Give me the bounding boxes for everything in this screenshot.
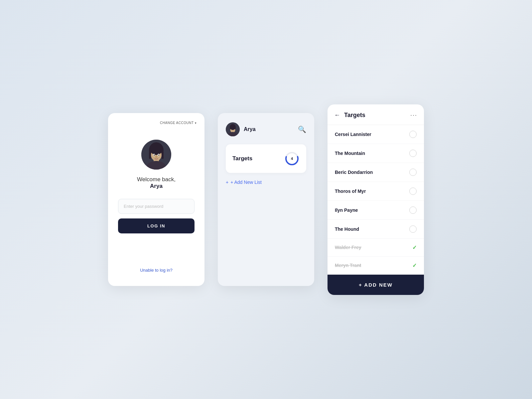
targets-header-left: ← Targets [334, 112, 365, 119]
add-new-list-button[interactable]: + + Add New List [226, 178, 306, 186]
login-button[interactable]: LOG IN [118, 218, 195, 233]
target-name: Ilyn Payne [335, 207, 358, 213]
target-name: Thoros of Myr [335, 189, 366, 194]
target-item[interactable]: Beric Dondarrion [328, 163, 424, 182]
list-header: Arya 🔍 [226, 122, 306, 136]
welcome-line1: Welcome back, [137, 176, 176, 183]
targets-donut-chart: 4 [284, 151, 300, 166]
check-icon: ✓ [412, 262, 417, 269]
target-checkbox[interactable] [409, 225, 417, 233]
target-item[interactable]: Ilyn Payne [328, 201, 424, 220]
svg-rect-12 [162, 152, 164, 159]
search-button[interactable]: 🔍 [298, 125, 306, 133]
targets-panel: ← Targets ··· Cersei Lannister The Mount… [328, 104, 424, 295]
target-name: Cersei Lannister [335, 132, 371, 137]
user-avatar [226, 122, 240, 136]
target-checkbox[interactable] [409, 206, 417, 214]
target-checkbox[interactable] [409, 169, 417, 176]
target-item-completed[interactable]: Meryn Trant ✓ [328, 257, 424, 275]
target-name: The Mountain [335, 151, 365, 156]
target-name: The Hound [335, 226, 359, 232]
target-item[interactable]: The Mountain [328, 144, 424, 163]
list-panel: Arya 🔍 Targets 4 + + Add New List [218, 113, 314, 286]
targets-card-label: Targets [232, 155, 252, 162]
svg-point-3 [150, 143, 163, 155]
targets-list: Cersei Lannister The Mountain Beric Dond… [328, 125, 424, 275]
targets-header: ← Targets ··· [328, 104, 424, 125]
target-name: Beric Dondarrion [335, 170, 373, 175]
user-name-label: Arya [244, 126, 256, 132]
search-icon: 🔍 [298, 126, 306, 133]
more-options-button[interactable]: ··· [410, 112, 417, 119]
targets-card[interactable]: Targets 4 [226, 144, 306, 173]
svg-rect-11 [149, 152, 151, 159]
back-button[interactable]: ← [334, 112, 340, 119]
change-account-button[interactable]: CHANGE ACCOUNT ▾ [160, 121, 197, 125]
change-account-label: CHANGE ACCOUNT [160, 121, 194, 125]
unable-to-login-link[interactable]: Unable to log in? [140, 248, 173, 273]
target-item[interactable]: Thoros of Myr [328, 182, 424, 201]
target-name: Meryn Trant [335, 263, 361, 268]
target-item[interactable]: Cersei Lannister [328, 125, 424, 144]
svg-text:4: 4 [291, 157, 293, 161]
password-input[interactable] [118, 199, 195, 214]
target-item[interactable]: The Hound [328, 220, 424, 239]
target-checkbox[interactable] [409, 188, 417, 195]
welcome-line2: Arya [137, 183, 176, 190]
target-checkbox[interactable] [409, 131, 417, 138]
login-panel: CHANGE ACCOUNT ▾ [108, 113, 204, 286]
chevron-down-icon: ▾ [195, 121, 197, 125]
svg-point-8 [154, 155, 155, 156]
add-new-button[interactable]: + ADD NEW [328, 275, 424, 295]
target-checkbox[interactable] [409, 150, 417, 157]
target-item-completed[interactable]: Walder Frey ✓ [328, 239, 424, 257]
svg-point-10 [156, 156, 157, 158]
add-new-list-label: + Add New List [230, 180, 262, 185]
user-info: Arya [226, 122, 256, 136]
plus-icon: + [226, 180, 228, 185]
welcome-text: Welcome back, Arya [137, 176, 176, 190]
svg-point-16 [230, 124, 236, 130]
target-name: Walder Frey [335, 245, 361, 250]
avatar [141, 140, 171, 170]
svg-point-9 [158, 155, 160, 156]
check-icon: ✓ [412, 244, 417, 251]
targets-title: Targets [344, 112, 365, 119]
